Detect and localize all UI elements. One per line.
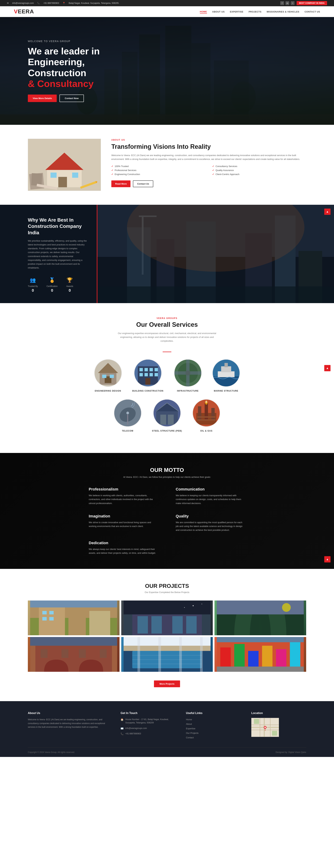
why-left: Why We Are Best In Construction Company … <box>0 205 98 303</box>
facebook-icon[interactable]: f <box>280 1 284 5</box>
services-row-2: TELECOM STEEL <box>28 399 306 432</box>
navbar: VEERA HOME ABOUT US EXPERTISE PROJECTS M… <box>0 6 334 17</box>
footer: About Us Welcome to Veera- ECC (At Dare)… <box>0 701 334 757</box>
svg-rect-126 <box>179 637 182 672</box>
footer-address-text: House Number - 17-81, Balaji Nagar, Koud… <box>125 718 175 724</box>
footer-link-home[interactable]: Home <box>186 718 192 721</box>
motto-imagination: Imagination We strive to create innovati… <box>89 514 158 532</box>
scroll-up-button-1[interactable]: ▲ <box>324 209 331 215</box>
svg-rect-75 <box>211 408 215 420</box>
services-row-1: ENGINEERING DESIGN <box>28 359 306 392</box>
motto-quality-title: Quality <box>176 514 245 519</box>
projects-title: OUR PROJECTS <box>28 583 306 589</box>
scroll-up-button-2[interactable]: ▲ <box>324 365 331 371</box>
address-text: Balaji Nagar, Koudwal, Suryapeta, Telang… <box>69 2 119 4</box>
address-icon: 🏠 <box>120 718 123 721</box>
motto-professionalism-title: Professionalism <box>89 487 158 492</box>
svg-rect-127 <box>200 637 203 672</box>
email-icon: ✉️ <box>120 727 123 730</box>
service-engineering: ENGINEERING DESIGN <box>94 359 122 392</box>
svg-rect-67 <box>160 415 166 425</box>
motto-grid: Professionalism We believe in working wi… <box>89 487 245 555</box>
svg-rect-86 <box>49 611 54 614</box>
svg-rect-111 <box>40 649 48 658</box>
svg-rect-38 <box>110 375 114 378</box>
top-bar-right: f in t BEST COMPANY IN INDIA <box>280 1 327 5</box>
nav-about[interactable]: ABOUT US <box>212 10 225 13</box>
read-more-button[interactable]: Read More <box>111 180 131 187</box>
svg-rect-17 <box>31 173 42 186</box>
footer-link-projects[interactable]: Our Projects <box>186 732 198 734</box>
svg-rect-137 <box>217 637 304 642</box>
motto-title: OUR MOTTO <box>28 467 306 473</box>
svg-rect-113 <box>79 649 86 658</box>
svg-rect-95 <box>172 616 183 633</box>
svg-point-98 <box>193 605 194 606</box>
email-link[interactable]: info@veeragroups.com <box>12 2 34 4</box>
stat-trusted: 👥 Trusted By 0 <box>28 277 38 293</box>
service-circle-building <box>134 359 162 387</box>
hero-section: WELCOME TO VEERA GROUP We are leader in … <box>0 17 334 125</box>
nav-expertise[interactable]: EXPERTISE <box>230 10 243 13</box>
why-stats: 👥 Trusted By 0 🏅 Certification 0 🏆 Award… <box>28 277 87 293</box>
stat-trusted-label: Trusted By <box>28 285 38 287</box>
motto-imagination-title: Imagination <box>89 514 158 519</box>
stat-trusted-value: 0 <box>28 288 38 293</box>
footer-link-expertise[interactable]: Expertise <box>186 727 195 730</box>
instagram-icon[interactable]: in <box>285 1 289 5</box>
why-title: Why We Are Best In Construction Company … <box>28 217 87 236</box>
contact-now-button[interactable]: Contact Now <box>59 95 84 102</box>
service-label-engineering: ENGINEERING DESIGN <box>94 390 122 392</box>
stat-certification: 🏅 Certification 0 <box>47 277 58 293</box>
svg-rect-87 <box>42 617 47 620</box>
phone-icon: 📞 <box>120 733 123 735</box>
svg-rect-115 <box>30 637 117 646</box>
twitter-icon[interactable]: t <box>291 1 295 5</box>
svg-rect-123 <box>123 637 211 646</box>
projects-grid <box>28 600 306 672</box>
svg-point-99 <box>201 603 202 604</box>
why-right-image <box>98 205 334 303</box>
svg-rect-31 <box>98 286 334 303</box>
about-features: ✓ 100% Trusted ✓ Consultancy Services ✓ … <box>111 165 306 176</box>
why-text: We prioritize sustainability, efficiency… <box>28 239 87 270</box>
stat-awards-label: Awards <box>66 285 73 287</box>
contact-us-button[interactable]: Contact Us <box>133 180 153 187</box>
service-telecom: TELECOM <box>114 399 142 432</box>
feature-4: ✓ Quality Assurance <box>212 169 306 172</box>
service-circle-marine <box>212 359 240 387</box>
service-circle-infrastructure <box>174 359 202 387</box>
service-circle-telecom <box>114 399 142 427</box>
hero-welcome: WELCOME TO VEERA GROUP <box>28 40 122 42</box>
social-icons: f in t <box>280 1 295 5</box>
hero-buttons: View More Details Contact Now <box>28 95 122 102</box>
projects-section: OUR PROJECTS Our Expertise Completed the… <box>0 569 334 701</box>
svg-rect-114 <box>100 649 107 658</box>
service-label-marine: MARINE STRUCTURE <box>212 390 240 392</box>
projects-subtitle: Our Expertise Completed the Below Projec… <box>28 591 306 594</box>
about-text: Welcome to Veera- ECC (At Dare) we are l… <box>111 153 306 161</box>
motto-quality-text: We are committed to appointing the most … <box>176 521 245 532</box>
about-content: ABOUT US Transforming Visions Into Reali… <box>111 139 306 187</box>
svg-rect-93 <box>137 616 148 633</box>
nav-projects[interactable]: PROJECTS <box>249 10 261 13</box>
more-projects-button[interactable]: More Projects <box>154 680 180 687</box>
service-label-oilgas: OIL & GAS <box>192 430 220 432</box>
nav-missionaries[interactable]: MISSIONARIES & VEHICLES <box>267 10 299 13</box>
service-circle-oilgas <box>192 399 220 427</box>
svg-rect-94 <box>151 616 162 633</box>
svg-point-146 <box>265 727 266 728</box>
footer-link-about[interactable]: About <box>186 723 192 725</box>
nav-home[interactable]: HOME <box>200 10 207 14</box>
stat-awards: 🏆 Awards 0 <box>66 277 73 293</box>
footer-location-col: Location <box>251 712 306 740</box>
view-more-button[interactable]: View More Details <box>28 95 57 102</box>
svg-rect-124 <box>137 637 140 672</box>
scroll-up-button-3[interactable]: ▲ <box>324 556 331 562</box>
motto-section: OUR MOTTO At Veera- ECC / At Dare, we fo… <box>0 453 334 569</box>
svg-point-77 <box>205 401 207 403</box>
nav-contact[interactable]: CONTACT US <box>305 10 320 13</box>
phone-icon: 📞 <box>37 2 40 4</box>
footer-link-contact[interactable]: Contact <box>186 736 194 739</box>
svg-point-54 <box>185 371 190 376</box>
